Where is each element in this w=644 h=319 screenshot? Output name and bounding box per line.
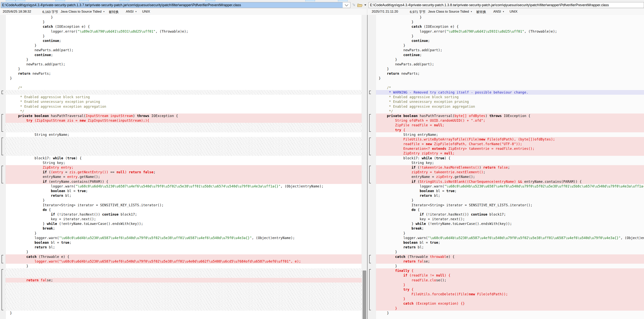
code-line: }	[376, 57, 644, 62]
code-line: }	[376, 311, 644, 315]
code-line: }	[6, 311, 362, 315]
diff-compare-area: } } catch (IOException e) { logger.error…	[0, 15, 644, 319]
right-encoding-dropdown[interactable]: ANSI▼	[493, 10, 504, 13]
left-encoding-dropdown[interactable]: ANSI▼	[126, 10, 137, 13]
diff-block-bracket	[2, 166, 3, 183]
code-line: catch (IOException e) {	[376, 24, 644, 29]
diff-block-bracket	[2, 255, 3, 263]
code-line: return false;	[6, 278, 362, 283]
code-line: */	[376, 109, 644, 113]
code-line: }	[6, 43, 362, 48]
code-line: if (!iterator.hasNext()) continue block1…	[376, 212, 644, 217]
left-code-pane[interactable]: } } catch (IOException e) { logger.error…	[6, 15, 362, 319]
toolbar-button-fragment[interactable]	[16, 0, 25, 1]
dropdown-arrow-icon: ▼	[135, 11, 137, 12]
code-line: }	[6, 34, 362, 38]
missing-lines-hatch	[6, 128, 362, 132]
code-line: ZipFile readfile = null;	[376, 123, 644, 127]
toolbar-button-fragment[interactable]	[305, 0, 315, 1]
code-line: return newParts;	[6, 71, 362, 76]
code-line: do {	[6, 207, 362, 212]
code-line: }	[6, 76, 362, 80]
left-file-size: 6,163 字节	[42, 10, 58, 14]
open-folder-icon[interactable]	[356, 2, 364, 8]
code-line: catch (Exception exception) {}	[376, 301, 644, 306]
code-line: }	[376, 250, 644, 254]
scrollbar-thumb[interactable]	[362, 271, 366, 319]
code-line: zipEntry = takeentrie.nextElement();	[376, 170, 644, 174]
toolbar-button-fragment[interactable]	[55, 0, 65, 1]
code-line: catch (IOException e) {	[6, 24, 362, 29]
diff-block-bracket	[369, 255, 371, 263]
toolbar-button-fragment[interactable]	[338, 0, 348, 1]
left-path-dropdown-button[interactable]	[342, 2, 350, 8]
missing-lines-hatch	[6, 292, 362, 297]
left-file-info: 2025/6/25 18:38:32 6,163 字节 Java Class t…	[0, 9, 367, 15]
code-line: Iterator<String> iterator = SENSITIVE_KE…	[376, 203, 644, 207]
code-line: if (readfile != null) {	[376, 273, 644, 278]
code-line: }	[6, 264, 362, 268]
code-line: try (ZipInputStream zis = new ZipInputSt…	[6, 118, 362, 123]
code-line: continue;	[6, 53, 362, 57]
curved-arrow-icon[interactable]	[351, 2, 356, 8]
code-line: if (!takeentrie.hasMoreElements()) retur…	[376, 165, 644, 170]
code-line: }	[376, 19, 644, 24]
code-line: }	[376, 15, 644, 19]
code-line: newParts.add(part);	[376, 48, 644, 52]
right-file-path-combobox[interactable]: E:\CodeAudit\qys\qys4.3.4\private-securi…	[368, 2, 644, 8]
toolbar-button-fragment[interactable]	[206, 0, 215, 1]
code-line: * Enabled aggressive block sorting	[6, 95, 362, 99]
code-line: /*	[6, 85, 362, 90]
toolbar-bottom-strip	[0, 0, 644, 1]
code-line: break;	[6, 226, 362, 231]
info-bar-divider	[367, 9, 367, 15]
code-line: String ofdPath = UUID.randomUUID() + ".o…	[376, 118, 644, 123]
missing-lines-hatch	[6, 283, 362, 287]
code-line: entryName = zipEntry.getName();	[376, 174, 644, 179]
code-line: }	[376, 297, 644, 301]
code-line: logger.warn("\u68c0\u6d4b\u5230\u6587\u4…	[6, 184, 362, 189]
right-code-pane[interactable]: } } catch (IOException e) { logger.error…	[376, 15, 644, 319]
code-line: }	[376, 43, 644, 48]
code-line: }	[6, 19, 362, 24]
code-line: * Enabled aggressive exception aggregati…	[376, 104, 644, 109]
code-line: block17: while (true) {	[6, 156, 362, 160]
left-file-path-combobox[interactable]: E:\CodeAudit\qys\qys4.3.4\private-securi…	[1, 2, 350, 8]
file-info-bar: 2025/6/25 18:38:32 6,163 字节 Java Class t…	[0, 9, 644, 15]
left-vertical-scrollbar[interactable]	[362, 15, 367, 319]
code-line: return bl;	[6, 245, 362, 250]
diff-block-bracket	[369, 269, 371, 310]
code-line: if (StringUtils.isNotBlank((CharSequence…	[376, 179, 644, 184]
code-line: boolean bl = true;	[6, 240, 362, 245]
missing-lines-hatch	[6, 287, 362, 292]
right-unpacker-dropdown[interactable]: Java Class to Source Tidied▼	[428, 10, 472, 13]
toolbar-button-fragment[interactable]	[6, 0, 16, 1]
folder-menu-arrow-icon[interactable]	[364, 2, 367, 8]
left-modified-timestamp: 2025/6/25 18:38:32	[3, 10, 31, 13]
left-converted-status: 被转换	[109, 10, 119, 14]
diff-block-bracket	[2, 91, 3, 94]
toolbar-button-fragment[interactable]	[79, 0, 89, 1]
code-line: finally {	[376, 268, 644, 273]
toolbar-button-fragment[interactable]	[120, 0, 129, 1]
winmerge-file-compare-window: { "header": { "left_path": "E:\\CodeAudi…	[0, 0, 644, 319]
code-line: break;	[376, 226, 644, 231]
diff-block-bracket	[369, 91, 371, 94]
code-line: }	[376, 76, 644, 80]
code-line: return false;	[376, 259, 644, 264]
code-line: }	[6, 66, 362, 71]
code-line: }	[6, 198, 362, 203]
code-line: }	[6, 250, 362, 254]
code-line: newParts.add(part);	[6, 48, 362, 52]
code-line: String entryName;	[6, 132, 362, 137]
missing-lines-hatch	[6, 301, 362, 306]
code-line: Enumeration<? extends ZipEntry> takeentr…	[376, 146, 644, 151]
code-line: Iterator<String> iterator = SENSITIVE_KE…	[6, 203, 362, 207]
code-line: block17: while (true) {	[376, 156, 644, 160]
code-line: * Enabled unnecessary exception pruning	[6, 99, 362, 104]
code-line: }	[376, 198, 644, 203]
missing-lines-hatch	[6, 268, 362, 273]
code-line: if ((entry = zis.getNextEntry()) == null…	[6, 170, 362, 174]
code-line: String entryName;	[376, 132, 644, 137]
left-unpacker-dropdown[interactable]: Java Class to Source Tidied▼	[60, 10, 105, 13]
